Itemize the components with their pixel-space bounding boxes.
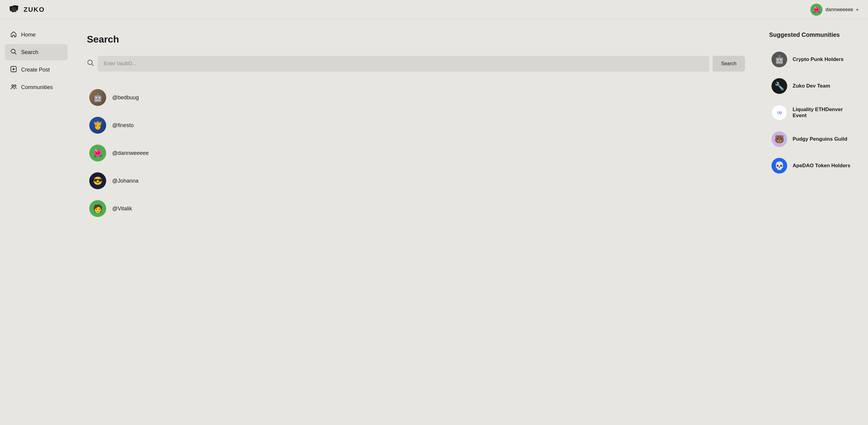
list-item[interactable]: 🤖 Crypto Punk Holders	[769, 47, 858, 72]
page-title: Search	[87, 34, 745, 45]
list-item[interactable]: 🤖 @bedbuug	[87, 84, 745, 111]
list-item[interactable]: 🔧 Zuko Dev Team	[769, 73, 858, 99]
sidebar-home-label: Home	[21, 32, 36, 38]
logo-text: ZUKO	[24, 6, 44, 13]
list-item[interactable]: 💀 ApeDAO Token Holders	[769, 153, 858, 178]
list-item[interactable]: ∞ Liquality ETHDenver Event	[769, 100, 858, 125]
community-name: Zuko Dev Team	[793, 83, 830, 89]
user-avatar-emoji: 🌺	[813, 6, 820, 13]
search-button[interactable]: Search	[713, 56, 745, 72]
svg-line-4	[15, 53, 17, 55]
sidebar-create-label: Create Post	[21, 67, 50, 73]
user-name: dannweeeee	[826, 7, 853, 12]
community-avatar: 🐻	[772, 131, 787, 147]
avatar: 🧑	[89, 200, 106, 217]
suggested-communities-title: Suggested Communities	[769, 31, 858, 38]
logo: ZUKO	[10, 4, 44, 15]
search-bar-icon	[87, 59, 94, 68]
sidebar-communities-label: Communities	[21, 84, 53, 90]
community-avatar: ∞	[772, 105, 787, 120]
list-item[interactable]: 🧑 @Vitalik	[87, 195, 745, 223]
avatar: 😎	[89, 172, 106, 189]
home-icon	[10, 31, 17, 39]
sidebar-item-create-post[interactable]: Create Post	[5, 62, 67, 78]
sidebar-item-communities[interactable]: Communities	[5, 79, 67, 95]
list-item[interactable]: 😎 @Johanna	[87, 167, 745, 195]
community-name: Pudgy Penguins Guild	[793, 136, 847, 142]
logo-icon	[10, 4, 21, 15]
svg-point-10	[88, 60, 92, 65]
sidebar-item-home[interactable]: Home	[5, 27, 67, 43]
community-avatar: 💀	[772, 158, 787, 174]
avatar: 👸	[89, 117, 106, 134]
user-handle: @finesto	[112, 122, 134, 129]
community-name: Crypto Punk Holders	[793, 56, 843, 62]
communities-icon	[10, 83, 17, 91]
svg-point-8	[12, 85, 13, 87]
community-name: Liquality ETHDenver Event	[793, 107, 856, 119]
right-panel: Suggested Communities 🤖 Crypto Punk Hold…	[760, 19, 868, 425]
user-handle: @Johanna	[112, 178, 138, 184]
topnav: ZUKO 🌺 dannweeeee ▾	[0, 0, 868, 19]
svg-line-11	[92, 64, 94, 66]
avatar: 🤖	[89, 89, 106, 106]
search-input[interactable]	[98, 56, 709, 72]
avatar: 🌺	[89, 145, 106, 162]
chevron-down-icon: ▾	[856, 7, 858, 12]
user-list: 🤖 @bedbuug 👸 @finesto 🌺 @dannweeeee	[87, 84, 745, 223]
create-post-icon	[10, 66, 17, 74]
svg-point-3	[11, 49, 15, 53]
user-handle: @bedbuug	[112, 94, 139, 101]
user-handle: @dannweeeee	[112, 150, 149, 157]
sidebar-search-label: Search	[21, 49, 38, 56]
community-avatar: 🔧	[772, 78, 787, 94]
sidebar-item-search[interactable]: Search	[5, 44, 67, 60]
main-content: Search Search 🤖 @bedbuug	[72, 19, 760, 425]
community-avatar: 🤖	[772, 52, 787, 67]
community-list: 🤖 Crypto Punk Holders 🔧 Zuko Dev Team ∞ …	[769, 47, 858, 178]
sidebar: Home Search Create Post	[0, 19, 72, 425]
page-layout: Home Search Create Post	[0, 0, 868, 425]
search-icon	[10, 48, 17, 56]
user-handle: @Vitalik	[112, 205, 132, 212]
user-avatar: 🌺	[810, 4, 823, 16]
svg-point-9	[14, 85, 16, 87]
list-item[interactable]: 👸 @finesto	[87, 111, 745, 139]
list-item[interactable]: 🌺 @dannweeeee	[87, 139, 745, 167]
list-item[interactable]: 🐻 Pudgy Penguins Guild	[769, 126, 858, 152]
search-bar: Search	[87, 56, 745, 72]
svg-rect-2	[11, 7, 16, 12]
community-name: ApeDAO Token Holders	[793, 163, 850, 169]
user-menu[interactable]: 🌺 dannweeeee ▾	[810, 4, 858, 16]
